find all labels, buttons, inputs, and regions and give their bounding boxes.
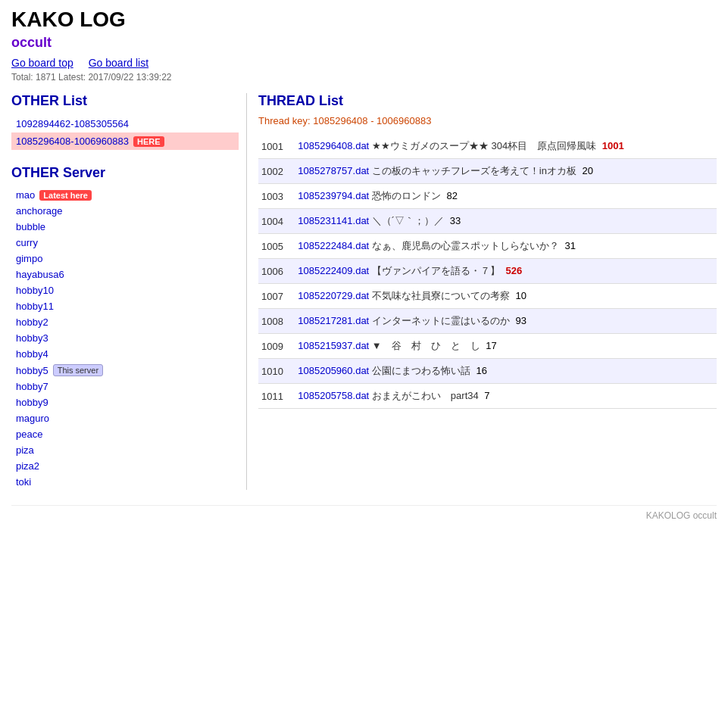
server-item: hobby11 bbox=[11, 298, 239, 314]
other-list-item[interactable]: 1092894462-1085305564 bbox=[11, 115, 239, 132]
left-panel: OTHER List 1092894462-108530556410852964… bbox=[11, 93, 246, 490]
thread-list-title: THREAD List bbox=[258, 93, 717, 109]
thread-count: 16 bbox=[476, 365, 486, 376]
thread-main-cell: 1085231141.dat ＼（´▽｀；）／ 33 bbox=[295, 209, 717, 234]
thread-tbody: 10011085296408.dat ★★ウミガメのスープ★★ 304杯目 原点… bbox=[258, 134, 717, 409]
server-link[interactable]: hobby5 bbox=[16, 365, 48, 376]
server-link[interactable]: piza2 bbox=[16, 460, 39, 472]
thread-count: 7 bbox=[484, 390, 489, 401]
server-item: hobby9 bbox=[11, 394, 239, 410]
thread-count: 526 bbox=[505, 265, 522, 276]
go-board-list-link[interactable]: Go board list bbox=[89, 57, 148, 69]
thread-count: 20 bbox=[583, 165, 593, 176]
thread-dat-link[interactable]: 1085215937.dat bbox=[298, 340, 369, 351]
table-row: 10041085231141.dat ＼（´▽｀；）／ 33 bbox=[258, 209, 717, 234]
other-list-item[interactable]: 1085296408-1006960883HERE bbox=[11, 132, 239, 150]
table-row: 10031085239794.dat 恐怖のロンドン 82 bbox=[258, 184, 717, 209]
server-link[interactable]: hobby7 bbox=[16, 381, 48, 392]
server-link[interactable]: hayabusa6 bbox=[16, 269, 64, 280]
table-row: 10021085278757.dat この板のキャッチフレーズを考えて！inオカ… bbox=[258, 159, 717, 184]
server-link[interactable]: hobby3 bbox=[16, 332, 48, 344]
this-server-badge: This server bbox=[53, 364, 103, 376]
server-item: maguro bbox=[11, 410, 239, 426]
thread-number: 1008 bbox=[258, 309, 295, 334]
other-server-section: OTHER Server maoLatest hereanchoragebubb… bbox=[11, 165, 239, 490]
table-row: 10111085205758.dat おまえがこわい part34 7 bbox=[258, 384, 717, 409]
server-link[interactable]: peace bbox=[16, 429, 42, 440]
thread-number: 1002 bbox=[258, 159, 295, 184]
server-link[interactable]: hobby10 bbox=[16, 285, 54, 296]
thread-dat-link[interactable]: 1085205960.dat bbox=[298, 365, 369, 376]
other-list-link[interactable]: 1085296408-1006960883 bbox=[16, 136, 129, 147]
thread-title: ▼ 谷 村 ひ と し bbox=[369, 340, 483, 351]
other-server-title: OTHER Server bbox=[11, 165, 239, 181]
board-name: occult bbox=[11, 35, 717, 51]
server-link[interactable]: hobby4 bbox=[16, 348, 48, 360]
thread-count: 31 bbox=[564, 240, 575, 251]
thread-main-cell: 1085296408.dat ★★ウミガメのスープ★★ 304杯目 原点回帰風味… bbox=[295, 134, 717, 159]
thread-key-info: Thread key: 1085296408 - 1006960883 bbox=[258, 115, 717, 126]
thread-number: 1011 bbox=[258, 384, 295, 409]
thread-number: 1004 bbox=[258, 209, 295, 234]
server-link[interactable]: hobby2 bbox=[16, 316, 48, 328]
thread-number: 1006 bbox=[258, 259, 295, 284]
thread-number: 1001 bbox=[258, 134, 295, 159]
thread-number: 1003 bbox=[258, 184, 295, 209]
server-item: anchorage bbox=[11, 203, 239, 219]
thread-dat-link[interactable]: 1085222484.dat bbox=[298, 240, 369, 251]
server-item: hobby2 bbox=[11, 314, 239, 330]
thread-title: インターネットに霊はいるのか bbox=[369, 315, 512, 326]
main-layout: OTHER List 1092894462-108530556410852964… bbox=[11, 93, 717, 490]
thread-dat-link[interactable]: 1085220729.dat bbox=[298, 290, 369, 301]
other-list-link[interactable]: 1092894462-1085305564 bbox=[16, 118, 129, 129]
server-link[interactable]: anchorage bbox=[16, 205, 62, 217]
thread-count: 17 bbox=[486, 340, 496, 351]
go-board-top-link[interactable]: Go board top bbox=[11, 57, 73, 69]
thread-main-cell: 1085215937.dat ▼ 谷 村 ひ と し 17 bbox=[295, 334, 717, 359]
server-link[interactable]: maguro bbox=[16, 413, 49, 424]
server-link[interactable]: gimpo bbox=[16, 253, 42, 264]
thread-main-cell: 1085222484.dat なぁ、鹿児島の心霊スポットしらないか？ 31 bbox=[295, 234, 717, 259]
other-list-section: OTHER List 1092894462-108530556410852964… bbox=[11, 93, 239, 150]
table-row: 10101085205960.dat 公園にまつわる怖い話 16 bbox=[258, 359, 717, 384]
thread-dat-link[interactable]: 1085217281.dat bbox=[298, 315, 369, 326]
thread-count: 33 bbox=[450, 215, 461, 226]
server-item: piza2 bbox=[11, 458, 239, 474]
thread-main-cell: 1085205758.dat おまえがこわい part34 7 bbox=[295, 384, 717, 409]
thread-dat-link[interactable]: 1085278757.dat bbox=[298, 165, 369, 176]
right-panel: THREAD List Thread key: 1085296408 - 100… bbox=[246, 93, 717, 490]
thread-dat-link[interactable]: 1085296408.dat bbox=[298, 140, 369, 151]
thread-count: 82 bbox=[446, 190, 457, 201]
site-title: KAKO LOG bbox=[11, 8, 717, 32]
server-item: curry bbox=[11, 235, 239, 251]
thread-number: 1010 bbox=[258, 359, 295, 384]
thread-title: 恐怖のロンドン bbox=[369, 190, 443, 201]
thread-title: ＼（´▽｀；）／ bbox=[369, 215, 447, 226]
server-link[interactable]: bubble bbox=[16, 221, 45, 232]
nav-links: Go board top Go board list bbox=[11, 57, 717, 69]
latest-here-badge: Latest here bbox=[39, 190, 92, 201]
server-link[interactable]: toki bbox=[16, 476, 31, 488]
thread-number: 1007 bbox=[258, 284, 295, 309]
server-link[interactable]: hobby11 bbox=[16, 301, 54, 312]
thread-count: 93 bbox=[515, 315, 526, 326]
thread-dat-link[interactable]: 1085239794.dat bbox=[298, 190, 369, 201]
server-item: hayabusa6 bbox=[11, 267, 239, 282]
thread-dat-link[interactable]: 1085231141.dat bbox=[298, 215, 369, 226]
server-link[interactable]: piza bbox=[16, 444, 34, 456]
thread-dat-link[interactable]: 1085205758.dat bbox=[298, 390, 369, 401]
thread-title: この板のキャッチフレーズを考えて！inオカ板 bbox=[369, 165, 579, 176]
table-row: 10011085296408.dat ★★ウミガメのスープ★★ 304杯目 原点… bbox=[258, 134, 717, 159]
server-link[interactable]: hobby9 bbox=[16, 397, 48, 408]
server-link[interactable]: curry bbox=[16, 237, 38, 248]
table-row: 10051085222484.dat なぁ、鹿児島の心霊スポットしらないか？ 3… bbox=[258, 234, 717, 259]
server-item: bubble bbox=[11, 219, 239, 235]
server-item: hobby7 bbox=[11, 379, 239, 394]
table-row: 10091085215937.dat ▼ 谷 村 ひ と し 17 bbox=[258, 334, 717, 359]
server-item: peace bbox=[11, 426, 239, 442]
thread-count: 1001 bbox=[602, 140, 624, 151]
thread-number: 1009 bbox=[258, 334, 295, 359]
server-link[interactable]: mao bbox=[16, 189, 35, 201]
thread-dat-link[interactable]: 1085222409.dat bbox=[298, 265, 369, 276]
server-items: maoLatest hereanchoragebubblecurrygimpoh… bbox=[11, 187, 239, 490]
